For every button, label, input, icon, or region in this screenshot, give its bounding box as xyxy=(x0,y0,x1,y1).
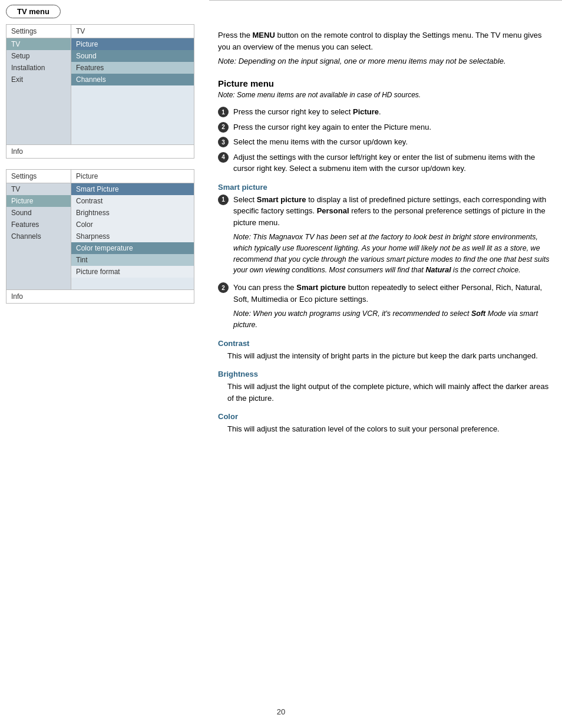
menu-item-channels-1[interactable]: Channels xyxy=(71,74,194,85)
menu-header-settings-1: Settings xyxy=(6,25,71,38)
menu-header-1: Settings TV xyxy=(6,25,194,38)
menu-item-color-temp[interactable]: Color temperature xyxy=(71,242,194,254)
intro-paragraph: Press the MENU button on the remote cont… xyxy=(218,29,550,52)
tv-menu-tab[interactable]: TV menu xyxy=(6,5,61,18)
menu-box-inner-2: TV Picture Sound Features Channels Smart… xyxy=(6,183,194,289)
right-panel: Press the MENU button on the remote cont… xyxy=(218,29,550,437)
menu-item-color[interactable]: Color xyxy=(71,219,194,230)
menu-empty-l9 xyxy=(6,278,71,289)
contrast-title: Contrast xyxy=(218,339,550,348)
smart-step-circle-1: 1 xyxy=(218,195,229,205)
smart-step-2-note: Note: When you watch programs using VCR,… xyxy=(233,308,550,331)
picture-menu-title: Picture menu xyxy=(218,78,550,88)
menu-empty-r9 xyxy=(71,278,194,289)
menu-item-sound-left[interactable]: Sound xyxy=(6,207,71,219)
menu-item-picture-format[interactable]: Picture format xyxy=(71,266,194,278)
menu-item-brightness[interactable]: Brightness xyxy=(71,207,194,219)
step-3-text: Select the menu items with the cursor up… xyxy=(233,136,408,148)
smart-step-1-note: Note: This Magnavox TV has been set at t… xyxy=(233,232,550,276)
menu-left-col-1: TV Setup Installation Exit xyxy=(6,38,71,144)
menu-footer-2: Info xyxy=(6,289,194,303)
menu-empty-5 xyxy=(6,133,71,144)
step-4: 4 Adjust the settings with the cursor le… xyxy=(218,151,550,174)
left-panel: TV menu Settings TV TV Setup Installatio… xyxy=(6,0,206,314)
step-circle-3: 3 xyxy=(218,137,229,147)
menu-empty-4 xyxy=(6,121,71,133)
menu-item-features-left[interactable]: Features xyxy=(6,219,71,230)
menu-empty-l6 xyxy=(6,242,71,254)
menu-item-contrast[interactable]: Contrast xyxy=(71,195,194,207)
smart-step-1: 1 Select Smart picture to display a list… xyxy=(218,194,550,276)
brightness-body: This will adjust the light output of the… xyxy=(227,381,550,404)
menu-header-tv: TV xyxy=(71,25,194,38)
menu-footer-1: Info xyxy=(6,144,194,158)
smart-picture-steps: 1 Select Smart picture to display a list… xyxy=(218,194,550,331)
menu-header-2: Settings Picture xyxy=(6,170,194,183)
step-circle-2: 2 xyxy=(218,122,229,133)
color-title: Color xyxy=(218,412,550,421)
menu-empty-2 xyxy=(6,97,71,109)
menu-item-smart-picture[interactable]: Smart Picture xyxy=(71,183,194,195)
menu-empty-r4 xyxy=(71,121,194,133)
step-2-text: Press the cursor right key again to ente… xyxy=(233,121,431,133)
menu-item-tv-1[interactable]: TV xyxy=(6,38,71,50)
smart-picture-title: Smart picture xyxy=(218,183,550,192)
menu-item-picture-1[interactable]: Picture xyxy=(71,38,194,50)
step-1-text: Press the cursor right key to select Pic… xyxy=(233,106,381,118)
menu-bold: MENU xyxy=(253,31,275,39)
menu-item-sound-1[interactable]: Sound xyxy=(71,50,194,62)
menu-empty-3 xyxy=(6,109,71,121)
brightness-title: Brightness xyxy=(218,370,550,378)
menu-item-tint[interactable]: Tint xyxy=(71,254,194,266)
step-1: 1 Press the cursor right key to select P… xyxy=(218,106,550,118)
menu-item-exit[interactable]: Exit xyxy=(6,74,71,85)
menu-left-col-2: TV Picture Sound Features Channels xyxy=(6,183,71,289)
smart-step-2-text: You can press the Smart picture button r… xyxy=(233,282,550,305)
menu-empty-r3 xyxy=(71,109,194,121)
picture-menu-note: Note: Some menu items are not available … xyxy=(218,91,550,99)
menu-empty-l7 xyxy=(6,254,71,266)
contrast-body: This will adjust the intensity of bright… xyxy=(227,350,550,362)
menu-item-channels-left[interactable]: Channels xyxy=(6,230,71,242)
menu-empty-l8 xyxy=(6,266,71,278)
menu-right-col-1: Picture Sound Features Channels xyxy=(71,38,194,144)
step-circle-4: 4 xyxy=(218,152,229,163)
menu-item-sharpness[interactable]: Sharpness xyxy=(71,230,194,242)
step-circle-1: 1 xyxy=(218,107,229,117)
step-4-text: Adjust the settings with the cursor left… xyxy=(233,151,550,174)
menu-empty-r1 xyxy=(71,85,194,97)
color-body: This will adjust the saturation level of… xyxy=(227,423,550,435)
menu-item-tv-2[interactable]: TV xyxy=(6,183,71,195)
smart-step-2: 2 You can press the Smart picture button… xyxy=(218,282,550,331)
menu-box-2: Settings Picture TV Picture Sound Featur… xyxy=(6,169,194,304)
menu-empty-r2 xyxy=(71,97,194,109)
menu-item-features-1[interactable]: Features xyxy=(71,62,194,74)
menu-empty-r5 xyxy=(71,133,194,144)
menu-item-installation[interactable]: Installation xyxy=(6,62,71,74)
step-2: 2 Press the cursor right key again to en… xyxy=(218,121,550,133)
menu-header-settings-2: Settings xyxy=(6,170,71,183)
menu-box-inner-1: TV Setup Installation Exit Picture Sound… xyxy=(6,38,194,144)
menu-box-1: Settings TV TV Setup Installation Exit P… xyxy=(6,24,194,159)
step-3: 3 Select the menu items with the cursor … xyxy=(218,136,550,148)
smart-step-1-text: Select Smart picture to display a list o… xyxy=(233,194,550,229)
menu-header-picture: Picture xyxy=(71,170,194,183)
picture-menu-steps: 1 Press the cursor right key to select P… xyxy=(218,106,550,174)
menu-item-setup[interactable]: Setup xyxy=(6,50,71,62)
page-number: 20 xyxy=(277,707,285,716)
intro-note: Note: Depending on the input signal, one… xyxy=(218,56,550,67)
smart-step-circle-2: 2 xyxy=(218,282,229,293)
menu-empty-1 xyxy=(6,85,71,97)
menu-item-picture-left[interactable]: Picture xyxy=(6,195,71,207)
menu-right-col-2: Smart Picture Contrast Brightness Color … xyxy=(71,183,194,289)
